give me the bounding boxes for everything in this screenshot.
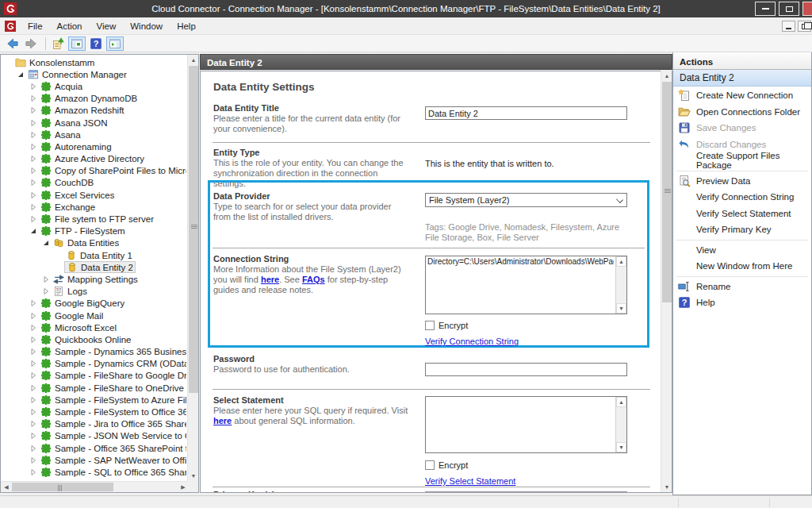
tree-item-body[interactable]: Copy of SharePoint Files to Microsoft S [39,165,188,177]
expand-arrow-icon[interactable] [29,384,37,392]
action-rename[interactable]: Rename [673,279,811,295]
tree-item-sample-jira-to-office-365-sharepoint[interactable]: Sample - Jira to Office 365 SharePoint [1,418,188,430]
expand-arrow-icon[interactable] [29,336,37,344]
tree-item-amazon-dynamodb[interactable]: Amazon DynamoDB [1,93,188,105]
expand-arrow-icon[interactable] [29,167,37,175]
expand-arrow-icon[interactable] [29,360,37,368]
scroll-down-icon[interactable]: ▼ [616,442,626,452]
tree-item-body[interactable]: Sample - FileShare to Google Drive [39,370,188,382]
expand-arrow-icon[interactable] [29,83,37,90]
scroll-up-icon[interactable]: ▲ [616,256,626,267]
tree-item-body[interactable]: Sample - Dynamics 365 Business Centr [39,346,188,358]
menu-window[interactable]: Window [123,17,170,35]
tree-item-asana-json[interactable]: Asana JSON [1,117,188,129]
tree-item-sample-sql-to-office-365-sharepoint[interactable]: Sample - SQL to Office 365 SharePoint [1,466,188,478]
tree-item-body[interactable]: Acquia [39,80,84,92]
action-save-changes[interactable]: Save Changes [673,120,811,137]
expand-arrow-icon[interactable] [29,408,37,416]
tree-item-sample-filesystem-to-azure-file-stora[interactable]: Sample - FileSystem to Azure File Stora [1,394,188,406]
minimize-button[interactable] [755,2,776,16]
tree-item-file-sytem-to-ftp-server[interactable]: File sytem to FTP server [1,213,188,225]
tree-horizontal-scrollbar[interactable]: ◀ ▶ [1,481,189,492]
action-help[interactable]: ?Help [673,294,811,311]
expand-arrow-icon[interactable] [29,119,37,127]
action-create-support-files-package[interactable]: Create Support Files Package [673,152,811,169]
expand-arrow-icon[interactable] [29,348,37,356]
verify-connection-string-link[interactable]: Verify Connection String [425,337,519,346]
tree-item-data-entity-2[interactable]: Data Entity 2 [1,261,188,273]
tree-item-excel-services[interactable]: Excel Services [1,189,188,201]
tree-item-body[interactable]: Sample - Office 365 SharePoint to Micr [39,442,188,454]
tree-item-body[interactable]: Quickbooks Online [39,333,133,345]
maximize-button[interactable] [779,2,799,16]
expand-arrow-icon[interactable] [42,275,50,283]
tree-item-body[interactable]: Sample - SQL to Office 365 SharePoint [39,466,188,478]
tree-item-body[interactable]: Sample - SAP NetWeaver to Office 365 [39,454,188,466]
tree-item-copy-of-sharepoint-files-to-microsoft-s[interactable]: Copy of SharePoint Files to Microsoft S [1,165,188,177]
encrypt-checkbox[interactable] [425,460,435,470]
action-preview-data[interactable]: Preview Data [673,173,811,190]
menu-file[interactable]: File [21,17,50,35]
tree-vertical-scrollbar[interactable]: ▲ ▼ [187,55,198,481]
action-open-connections-folder[interactable]: Open Connections Folder [673,104,811,121]
password-input[interactable] [425,363,627,376]
expand-arrow-icon[interactable] [29,432,37,440]
tree-item-logs[interactable]: Logs [1,286,188,298]
action-view[interactable]: View [673,242,811,259]
expand-arrow-icon[interactable] [29,312,37,320]
scroll-down-icon[interactable]: ▼ [616,303,626,314]
tree-item-acquia[interactable]: Acquia [1,80,188,92]
expand-arrow-icon[interactable] [17,71,25,79]
tree-item-body[interactable]: Google Mail [39,310,105,321]
textarea-scrollbar[interactable]: ▲ ▼ [615,256,626,314]
close-button[interactable]: ✕ [802,2,812,16]
expand-arrow-icon[interactable] [29,227,37,235]
scroll-down-icon[interactable]: ▼ [188,471,199,481]
tree-item-body[interactable]: Google BigQuery [39,298,126,310]
tree-item-data-entity-1[interactable]: Data Entity 1 [1,249,188,261]
tree-item-body[interactable]: Asana [39,129,82,140]
tree-item-quickbooks-online[interactable]: Quickbooks Online [1,333,188,345]
expand-arrow-icon[interactable] [29,155,37,163]
tree-item-sample-filesystem-to-office-365-shar[interactable]: Sample - FileSystem to Office 365 Shar [1,406,188,418]
tree-item-body[interactable]: Sample - FileSystem to Azure File Stora [39,394,188,406]
expand-arrow-icon[interactable] [29,444,37,452]
tree-item-body[interactable]: Data Entity 1 [64,249,134,261]
tree-item-sample-sap-netweaver-to-office-365[interactable]: Sample - SAP NetWeaver to Office 365 [1,454,188,466]
toggle-action-pane-button[interactable] [106,37,124,51]
expand-arrow-icon[interactable] [29,299,37,307]
tree-item-body[interactable]: File sytem to FTP server [39,214,155,225]
expand-arrow-icon[interactable] [29,94,37,102]
expand-arrow-icon[interactable] [29,396,37,404]
action-verify-primary-key[interactable]: Verify Primary Key [673,221,811,238]
tree-item-body[interactable]: Autorenaming [39,140,113,152]
expand-arrow-icon[interactable] [29,420,37,428]
tree-item-body[interactable]: Excel Services [39,189,116,201]
expand-arrow-icon[interactable] [29,371,37,379]
expand-arrow-icon[interactable] [29,456,37,464]
tree-item-body[interactable]: Asana JSON [39,117,109,129]
export-list-button[interactable] [50,37,66,51]
tree-item-body[interactable]: Logs [52,286,89,298]
tree-item-body[interactable]: Azure Active Directory [39,153,146,165]
tree-item-azure-active-directory[interactable]: Azure Active Directory [1,153,188,165]
menu-action[interactable]: Action [50,17,90,35]
tree-item-autorenaming[interactable]: Autorenaming [1,140,188,152]
here-link[interactable]: here [261,275,279,284]
forward-button[interactable] [23,37,39,51]
scroll-up-icon[interactable]: ▲ [188,55,199,65]
expand-arrow-icon[interactable] [42,287,50,295]
textarea-scrollbar[interactable]: ▲ ▼ [615,397,626,452]
help-button[interactable]: ? [88,37,104,51]
tree-item-body[interactable]: CouchDB [39,177,95,189]
tree-item-sample-fileshare-to-onedrive-fastfil[interactable]: Sample - FileShare to OneDrive (FastFil [1,382,188,394]
tree-item-amazon-redshift[interactable]: Amazon Redshift [1,105,188,117]
tree-item-google-bigquery[interactable]: Google BigQuery [1,298,188,310]
here-link[interactable]: here [213,416,232,425]
tree-item-body[interactable]: Data Entity 2 [64,261,136,273]
tree-item-sample-dynamics-365-business-centr[interactable]: Sample - Dynamics 365 Business Centr [1,346,188,358]
verify-select-statement-link[interactable]: Verify Select Statement [425,476,515,486]
action-verify-connection-string[interactable]: Verify Connection String [673,189,811,206]
back-button[interactable] [5,37,21,51]
tree-item-body[interactable]: Sample - FileSystem to Office 365 Shar [39,406,188,418]
